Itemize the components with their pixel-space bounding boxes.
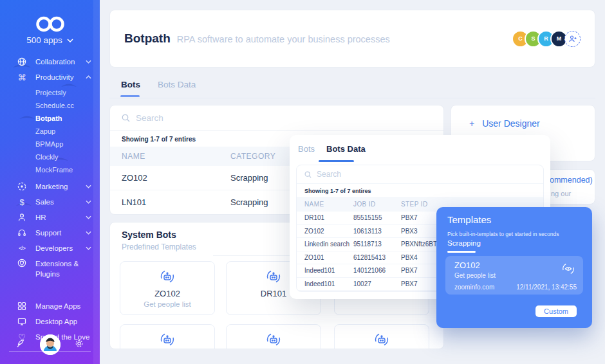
sidebar-item-hr[interactable]: HR (0, 210, 100, 225)
bot-description: Get people list (120, 300, 214, 308)
user-avatar[interactable] (40, 334, 60, 355)
search-icon (304, 171, 312, 178)
page-subtitle: RPA software to automate your business p… (177, 34, 390, 44)
sidebar-item-label: HR (35, 214, 86, 221)
templates-panel: Templates Pick built-in-templats to get … (436, 207, 592, 328)
headset-icon (17, 228, 27, 237)
user-designer-title-row: + User Designer (469, 118, 595, 129)
bot-name: ZO102 (120, 289, 214, 298)
sidebar-item-developers[interactable]: </> Developers (0, 241, 100, 256)
bot-template-card[interactable] (226, 324, 321, 349)
modal-search-input[interactable]: Search (297, 165, 543, 184)
chevron-up-icon (86, 75, 91, 79)
robot-icon (335, 331, 429, 349)
apps-switcher[interactable]: 500 apps (0, 35, 100, 45)
column-header-name[interactable]: NAME (297, 201, 353, 208)
sidebar-item-desktop-app[interactable]: Desktop App (0, 314, 100, 329)
column-header-name[interactable]: NAME (110, 152, 230, 161)
template-description: Get people list (454, 272, 496, 279)
shield-icon (17, 259, 27, 268)
bot-template-card[interactable] (120, 324, 215, 349)
cell-name: DR101 (297, 214, 353, 221)
search-placeholder: Search (317, 170, 341, 179)
active-tab-underline (120, 95, 140, 97)
preview-eye-icon[interactable] (561, 262, 575, 278)
sidebar-item-label: Productivity (35, 73, 86, 81)
sidebar-item-label: Marketing (35, 183, 86, 190)
sidebar-item-label: Developers (35, 244, 86, 252)
command-icon: ⌘ (17, 73, 27, 82)
chevron-down-icon (86, 246, 91, 250)
user-designer-label: User Designer (482, 118, 539, 129)
plus-icon: + (469, 118, 474, 129)
sidebar-item-collaboration[interactable]: Collabration (0, 54, 100, 69)
sidebar-item-label: Extensions & Plugins (35, 259, 91, 279)
sidebar-app-bpmapp[interactable]: BPMApp (0, 138, 100, 150)
templates-tab-underline (447, 251, 476, 253)
collaborator-avatars: C S R M (512, 30, 581, 48)
cell-name: ZO102 (297, 228, 353, 235)
quill-icon[interactable] (15, 338, 26, 351)
monitor-icon (17, 317, 27, 326)
add-person-icon (568, 35, 577, 43)
cell-job-id: 85515155 (353, 214, 401, 221)
cell-name: ZO101 (297, 254, 353, 261)
sidebar-item-manage-apps[interactable]: Manage Apps (0, 298, 100, 314)
sidebar-app-schedulecc[interactable]: Schedule.cc (0, 99, 100, 112)
column-header-job-id[interactable]: JOB ID (353, 201, 401, 208)
target-icon (17, 182, 27, 191)
sidebar-app-mockframe[interactable]: MockFrame (0, 163, 100, 176)
bot-template-card[interactable] (334, 324, 429, 349)
main-content: Botpath RPA software to automate your bu… (100, 0, 605, 364)
add-user-button[interactable] (564, 31, 581, 47)
sidebar-nav: Collabration ⌘ Productivity Projectsly S… (0, 54, 100, 352)
sidebar-item-label: Desktop App (35, 318, 91, 325)
robot-icon (227, 331, 321, 349)
globe-icon (17, 57, 27, 66)
system-bots-subtitle: Predefined Templates (122, 242, 196, 251)
templates-tab-scrapping[interactable]: Scrapping (447, 239, 481, 247)
tab-bots[interactable]: Bots (121, 80, 140, 89)
code-icon: </> (17, 246, 27, 251)
person-icon (17, 213, 27, 222)
custom-button[interactable]: Custom (535, 305, 577, 317)
modal-tab-bots-data[interactable]: Bots Data (326, 144, 366, 154)
cell-name: LN101 (110, 197, 230, 207)
chevron-down-icon (67, 39, 73, 42)
templates-title: Templates (447, 214, 491, 225)
sidebar-item-marketing[interactable]: Marketing (0, 179, 100, 194)
tabs-divider (109, 98, 595, 98)
cell-name: Linkedin search (297, 241, 353, 248)
sidebar-item-productivity[interactable]: ⌘ Productivity (0, 69, 100, 85)
bot-template-card[interactable]: ZO102 Get people list (120, 261, 215, 315)
app-logo[interactable] (0, 15, 100, 35)
cell-job-id: 140121066 (353, 267, 401, 274)
system-bots-title: System Bots (122, 230, 176, 240)
sidebar-item-support[interactable]: Support (0, 225, 100, 241)
modal-tabs: Bots Bots Data (298, 144, 366, 154)
dollar-icon: $ (17, 198, 27, 206)
cell-job-id: 612815413 (353, 254, 401, 261)
tab-bots-data[interactable]: Bots Data (158, 80, 196, 89)
robot-icon (120, 268, 214, 287)
sidebar-app-projectsly[interactable]: Projectsly (0, 86, 100, 99)
gear-icon[interactable] (74, 338, 84, 351)
sidebar-app-botpath[interactable]: Botpath (0, 112, 100, 125)
search-icon (122, 114, 130, 122)
template-name: ZO102 (454, 260, 480, 270)
chevron-down-icon (86, 231, 91, 235)
modal-tab-bots[interactable]: Bots (298, 144, 315, 154)
chevron-down-icon (86, 200, 91, 204)
page-title: Botpath (124, 32, 171, 46)
sidebar-app-zapup[interactable]: Zapup (0, 125, 100, 138)
cell-job-id: 95118713 (353, 241, 401, 248)
template-card[interactable]: ZO102 Get people list zoominfo.com 12/11… (445, 256, 583, 295)
sidebar-item-extensions[interactable]: Extensions & Plugins (0, 256, 100, 283)
sidebar-item-label: Support (35, 229, 86, 237)
apps-count-label: 500 apps (26, 35, 62, 45)
sidebar-item-label: Sales (35, 198, 86, 206)
sidebar-item-sales[interactable]: $ Sales (0, 194, 100, 210)
search-input[interactable]: Search (110, 105, 443, 131)
sidebar-app-clockly[interactable]: Clockly (0, 150, 100, 163)
productivity-app-list: Projectsly Schedule.cc Botpath Zapup BPM… (0, 85, 100, 179)
